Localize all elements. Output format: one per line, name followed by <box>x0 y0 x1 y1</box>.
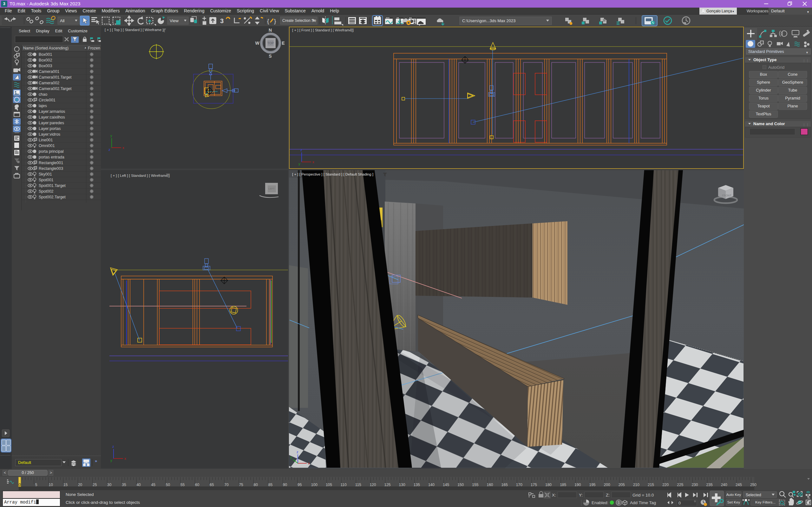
svg-text:All: All <box>60 18 65 23</box>
svg-text:60: 60 <box>195 483 200 487</box>
svg-text:80: 80 <box>254 483 258 487</box>
svg-text:70: 70 <box>224 483 229 487</box>
svg-text:z: z <box>297 450 299 454</box>
svg-text:z: z <box>112 445 114 448</box>
svg-text:105: 105 <box>326 483 332 487</box>
svg-text:E: E <box>282 41 285 46</box>
svg-text:185: 185 <box>560 483 566 487</box>
svg-text:}: } <box>274 18 276 24</box>
svg-text:225: 225 <box>677 483 683 487</box>
svg-text:0: 0 <box>678 501 681 505</box>
svg-text:130: 130 <box>399 483 405 487</box>
svg-text:120: 120 <box>369 483 376 487</box>
svg-text:Box001: Box001 <box>39 52 52 57</box>
svg-text:190: 190 <box>574 483 581 487</box>
svg-text:x: x <box>122 146 124 150</box>
svg-text:portas entrada: portas entrada <box>39 155 64 159</box>
svg-text:[ + ] [ Top ] [ Standard ] [ W: [ + ] [ Top ] [ Standard ] [ Wireframe ] <box>105 28 163 32</box>
svg-text:Key Filters...: Key Filters... <box>755 500 775 504</box>
svg-text:Z:: Z: <box>606 493 610 498</box>
svg-text:Create Selection Se: Create Selection Se <box>282 18 316 23</box>
svg-text:LEFT: LEFT <box>268 187 275 190</box>
svg-text:[ + ] [ Perspective ] [ Standa: [ + ] [ Perspective ] [ Standard ] [ Def… <box>292 172 373 176</box>
svg-text:170: 170 <box>516 483 522 487</box>
svg-text:Camera002: Camera002 <box>39 81 59 85</box>
svg-text:porta principal: porta principal <box>39 149 64 154</box>
svg-text:y: y <box>110 458 112 462</box>
svg-text:Selected: Selected <box>746 493 761 497</box>
svg-text:165: 165 <box>502 483 508 487</box>
svg-text:Sky001: Sky001 <box>39 172 52 176</box>
svg-text:x: x <box>124 457 126 460</box>
svg-text:Pyramid: Pyramid <box>785 96 800 101</box>
svg-text:lajes: lajes <box>39 104 47 108</box>
svg-text:Spot001: Spot001 <box>39 178 54 182</box>
svg-text:35: 35 <box>122 483 126 487</box>
svg-text:TextPlus: TextPlus <box>756 112 771 116</box>
svg-text:65: 65 <box>210 483 214 487</box>
svg-text:Torus: Torus <box>758 96 768 101</box>
svg-text:95: 95 <box>298 483 302 487</box>
svg-text:Box003: Box003 <box>39 64 52 68</box>
svg-text:180: 180 <box>545 483 552 487</box>
svg-text:z: z <box>108 148 110 152</box>
svg-text:245: 245 <box>735 483 742 487</box>
svg-text:»: » <box>95 458 97 463</box>
svg-text:Camera002.Target: Camera002.Target <box>39 87 72 91</box>
svg-text:125: 125 <box>384 483 391 487</box>
svg-text:Layer:vidros: Layer:vidros <box>39 132 60 136</box>
svg-text:Box002: Box002 <box>39 58 52 62</box>
svg-text:50: 50 <box>166 483 170 487</box>
svg-text:Cone: Cone <box>788 72 798 77</box>
svg-text:C:\Users\gon...3ds Max 2023: C:\Users\gon...3ds Max 2023 <box>462 18 515 23</box>
svg-text:y: y <box>110 134 112 137</box>
svg-text:FRONT: FRONT <box>722 194 731 197</box>
svg-text:Circle001: Circle001 <box>39 98 55 102</box>
svg-text:Grid = 10.0: Grid = 10.0 <box>632 493 654 498</box>
svg-text:Spot002.Target: Spot002.Target <box>39 195 66 199</box>
svg-text:220: 220 <box>662 483 669 487</box>
svg-text:3: 3 <box>220 17 223 24</box>
svg-text:55: 55 <box>181 483 185 487</box>
svg-text:Teapot: Teapot <box>757 104 769 108</box>
svg-text:140: 140 <box>428 483 435 487</box>
svg-text:X:: X: <box>552 493 556 498</box>
svg-text:115: 115 <box>355 483 361 487</box>
svg-text:30: 30 <box>107 483 112 487</box>
svg-text:Layer:armarios: Layer:armarios <box>39 109 65 114</box>
svg-text:Enabled:: Enabled: <box>592 500 608 505</box>
svg-text:Rectangle001: Rectangle001 <box>39 161 63 165</box>
svg-text:Rectangle003: Rectangle003 <box>39 166 63 171</box>
svg-text:155: 155 <box>472 483 478 487</box>
svg-text:Layer:paredes: Layer:paredes <box>39 121 64 125</box>
svg-text:y: y <box>290 455 292 459</box>
svg-text:85: 85 <box>268 483 273 487</box>
svg-text:Layer:portas: Layer:portas <box>39 126 61 131</box>
svg-text:Camera001: Camera001 <box>39 69 59 74</box>
svg-text:10: 10 <box>49 483 53 487</box>
svg-text:W: W <box>255 41 259 46</box>
svg-text:[ + ] [ Left ] [ Standard ] [: [ + ] [ Left ] [ Standard ] [ Wireframe … <box>111 174 170 177</box>
svg-text:Camera001.Target: Camera001.Target <box>39 75 72 79</box>
svg-text:0: 0 <box>19 483 21 487</box>
svg-text:Spot002: Spot002 <box>39 189 54 193</box>
svg-text:160: 160 <box>487 483 493 487</box>
svg-text:Layer:caixilhos: Layer:caixilhos <box>39 115 65 119</box>
svg-text:x: x <box>312 160 314 164</box>
svg-text:150: 150 <box>457 483 464 487</box>
svg-text:250: 250 <box>750 483 757 487</box>
svg-text:x: x <box>308 461 310 465</box>
svg-text:Spot001.Target: Spot001.Target <box>39 183 66 188</box>
svg-text:Plane: Plane <box>787 104 798 108</box>
svg-text:{: { <box>267 18 269 24</box>
svg-text:N: N <box>269 27 272 33</box>
svg-text:Add Time Tag: Add Time Tag <box>630 500 656 505</box>
svg-text:[ + ] [ Front ] [ Standard ] [: [ + ] [ Front ] [ Standard ] [ Wireframe… <box>292 28 354 32</box>
svg-text:75: 75 <box>239 483 243 487</box>
svg-text:200: 200 <box>604 483 610 487</box>
svg-text:40: 40 <box>136 483 141 487</box>
svg-text:Omni001: Omni001 <box>39 144 55 148</box>
svg-text:110: 110 <box>341 483 347 487</box>
svg-text:Sphere: Sphere <box>757 80 770 84</box>
svg-text:205: 205 <box>618 483 625 487</box>
